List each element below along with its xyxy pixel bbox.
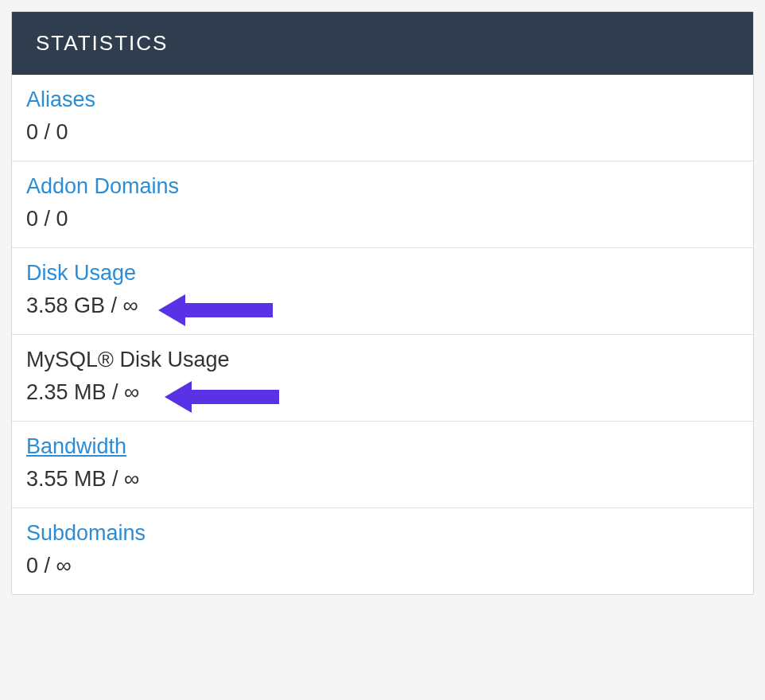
panel-title: STATISTICS [12,12,753,75]
stat-row-subdomains: Subdomains 0 / ∞ [12,508,753,594]
stat-value-disk-usage: 3.58 GB / ∞ [26,294,138,317]
stat-row-mysql-disk-usage: MySQL® Disk Usage 2.35 MB / ∞ [12,335,753,422]
statistics-panel: STATISTICS Aliases 0 / 0 Addon Domains 0… [11,11,754,595]
stat-value-addon-domains: 0 / 0 [26,207,68,231]
stat-row-disk-usage: Disk Usage 3.58 GB / ∞ [12,248,753,335]
stat-row-addon-domains: Addon Domains 0 / 0 [12,161,753,248]
annotation-arrow-icon [158,294,273,326]
stat-label-addon-domains[interactable]: Addon Domains [26,174,179,199]
stat-value-subdomains: 0 / ∞ [26,554,72,578]
stat-value-bandwidth: 3.55 MB / ∞ [26,467,139,491]
stat-row-bandwidth: Bandwidth 3.55 MB / ∞ [12,422,753,508]
stat-label-bandwidth[interactable]: Bandwidth [26,434,126,459]
stat-label-mysql-disk-usage: MySQL® Disk Usage [26,348,229,372]
annotation-arrow-icon [165,381,279,413]
stat-label-subdomains[interactable]: Subdomains [26,521,146,546]
stat-label-aliases[interactable]: Aliases [26,88,95,112]
stat-value-aliases: 0 / 0 [26,120,68,144]
stat-value-mysql-disk-usage: 2.35 MB / ∞ [26,380,139,404]
stat-row-aliases: Aliases 0 / 0 [12,75,753,161]
stat-label-disk-usage[interactable]: Disk Usage [26,261,136,286]
